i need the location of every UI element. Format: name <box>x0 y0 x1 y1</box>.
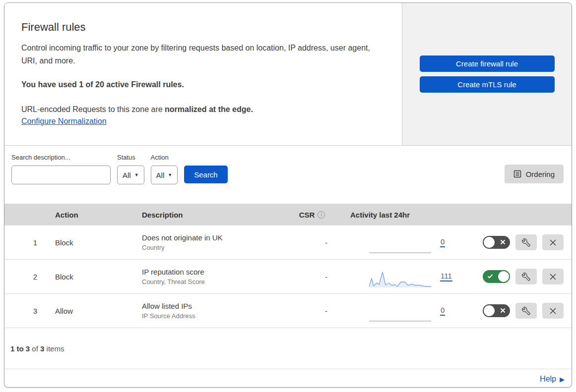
action-value: All <box>156 171 165 179</box>
status-select[interactable]: All ▼ <box>117 166 144 184</box>
page-description: Control incoming traffic to your zone by… <box>21 42 371 67</box>
page-title: Firewall rules <box>21 21 382 34</box>
top-section: Firewall rules Control incoming traffic … <box>4 3 572 146</box>
arrow-right-icon: ▶ <box>560 376 565 383</box>
rule-controls <box>448 234 572 250</box>
rule-number: 2 <box>4 273 44 281</box>
summary-items: items <box>47 344 64 353</box>
rule-activity-cell: 0 <box>334 302 448 319</box>
ordering-list-icon <box>513 170 521 178</box>
search-label: Search description... <box>11 154 111 161</box>
rule-enabled-toggle[interactable] <box>483 304 510 317</box>
search-button[interactable]: Search <box>184 166 228 183</box>
summary-total: 3 <box>40 344 44 353</box>
rule-fields: IP Source Address <box>142 312 290 320</box>
delete-rule-button[interactable] <box>542 234 564 250</box>
normalization-bold: normalized at the edge. <box>165 105 253 113</box>
info-icon[interactable]: i <box>318 211 325 219</box>
toggle-off-x-icon <box>500 308 506 313</box>
action-label: Action <box>151 154 178 161</box>
close-icon <box>549 239 557 246</box>
header-action: Action <box>44 211 131 219</box>
delete-rule-button[interactable] <box>542 269 564 284</box>
close-icon <box>549 273 557 280</box>
sparkline-chart <box>369 271 431 287</box>
rule-fields: Country, Threat Score <box>142 278 290 285</box>
summary-of: of <box>32 344 38 353</box>
rule-fields: Country <box>142 244 290 251</box>
table-header: Action Description CSR i Activity last 2… <box>4 204 572 225</box>
firewall-rules-card: Firewall rules Control incoming traffic … <box>4 2 572 388</box>
normalization-text: URL-encoded Requests to this zone are <box>21 105 163 113</box>
action-filter-group: Action All ▼ <box>151 154 178 184</box>
header-csr-label: CSR <box>299 211 315 219</box>
table-row: 2 Block IP reputation score Country, Thr… <box>4 260 572 294</box>
search-input[interactable] <box>19 171 109 179</box>
chevron-down-icon: ▼ <box>134 172 139 177</box>
help-link[interactable]: Help ▶ <box>540 375 565 384</box>
rule-controls <box>448 269 572 284</box>
normalization-note: URL-encoded Requests to this zone are no… <box>21 103 371 116</box>
status-filter-group: Status All ▼ <box>117 154 144 184</box>
ordering-button[interactable]: Ordering <box>505 165 564 183</box>
rule-description: Allow listed IPs <box>142 302 290 310</box>
rule-action: Allow <box>44 307 131 315</box>
rule-description: IP reputation score <box>142 268 290 276</box>
toggle-knob <box>498 271 509 282</box>
edit-rule-button[interactable] <box>515 234 537 250</box>
activity-sparkline <box>369 271 431 287</box>
rule-csr: - <box>290 238 334 247</box>
rule-csr: - <box>290 307 334 315</box>
help-row: Help ▶ <box>4 369 572 388</box>
help-link-label: Help <box>540 375 556 384</box>
rule-description: Does not originate in UK <box>142 233 290 242</box>
rule-description-cell: Allow listed IPs IP Source Address <box>131 302 290 320</box>
rule-number: 3 <box>4 307 44 315</box>
hero-panel: Firewall rules Control incoming traffic … <box>4 3 402 145</box>
table-summary: 1 to 3 of 3 items <box>4 328 572 369</box>
toggle-knob <box>484 237 495 248</box>
rule-number: 1 <box>4 238 44 247</box>
delete-rule-button[interactable] <box>542 303 564 319</box>
activity-sparkline-empty <box>369 236 431 253</box>
status-label: Status <box>117 154 144 161</box>
rule-activity-cell: 111 <box>334 268 448 285</box>
wrench-icon <box>522 238 530 247</box>
activity-count-link[interactable]: 0 <box>440 306 445 316</box>
configure-normalization-link[interactable]: Configure Normalization <box>21 117 107 126</box>
toggle-knob <box>484 305 495 316</box>
table-row: 3 Allow Allow listed IPs IP Source Addre… <box>4 294 572 328</box>
wrench-icon <box>522 307 530 315</box>
summary-range: 1 to 3 <box>10 344 30 353</box>
rule-activity-cell: 0 <box>334 234 448 251</box>
rule-description-cell: IP reputation score Country, Threat Scor… <box>131 268 290 285</box>
action-select[interactable]: All ▼ <box>151 166 178 184</box>
rule-controls <box>448 303 572 319</box>
wrench-icon <box>522 273 530 281</box>
ordering-button-label: Ordering <box>526 170 555 178</box>
status-value: All <box>123 171 131 179</box>
edit-rule-button[interactable] <box>515 269 537 284</box>
usage-note: You have used 1 of 20 active Firewall ru… <box>21 78 371 91</box>
rule-csr: - <box>290 273 334 281</box>
create-firewall-rule-button[interactable]: Create firewall rule <box>420 56 555 72</box>
filter-bar: Search description... Status All ▼ Actio… <box>4 146 572 204</box>
search-group: Search description... <box>11 154 111 184</box>
header-csr: CSR i <box>290 211 334 219</box>
header-activity: Activity last 24hr <box>334 211 448 219</box>
side-action-panel: Create firewall rule Create mTLS rule <box>402 3 572 145</box>
table-row: 1 Block Does not originate in UK Country… <box>4 225 572 260</box>
toggle-on-check-icon <box>487 274 493 279</box>
rule-action: Block <box>44 238 131 247</box>
rule-enabled-toggle[interactable] <box>483 270 510 283</box>
activity-count-link[interactable]: 0 <box>440 237 445 247</box>
activity-sparkline-empty <box>369 305 431 322</box>
create-mtls-rule-button[interactable]: Create mTLS rule <box>420 76 555 93</box>
rule-enabled-toggle[interactable] <box>483 236 510 249</box>
rule-action: Block <box>44 273 131 281</box>
edit-rule-button[interactable] <box>515 303 537 319</box>
toggle-off-x-icon <box>500 239 506 245</box>
search-box[interactable] <box>11 166 111 184</box>
close-icon <box>549 307 557 315</box>
chevron-down-icon: ▼ <box>168 172 172 177</box>
